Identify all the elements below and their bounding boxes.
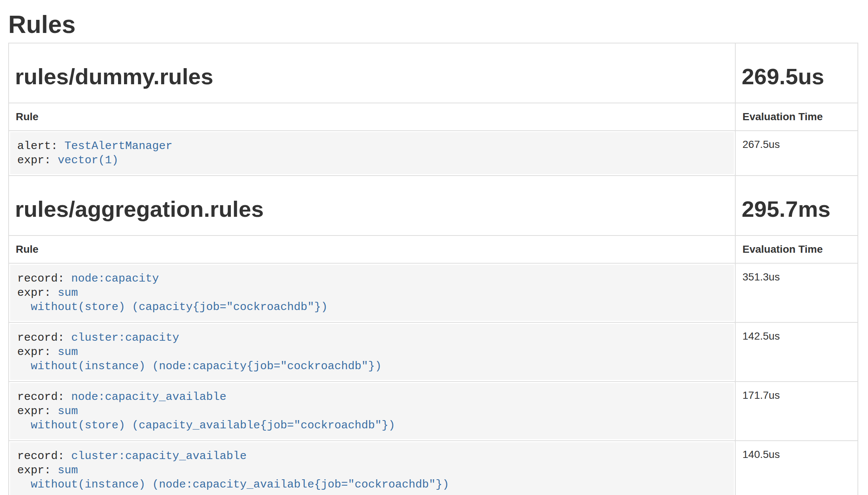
rule-evaluation-time: 142.5us xyxy=(735,322,858,382)
rule-expression-link[interactable]: sum xyxy=(58,346,78,358)
rule-expression-link[interactable]: vector(1) xyxy=(58,154,118,167)
rule-keyword: record: xyxy=(17,331,71,344)
evaluation-time-column-header: Evaluation Time xyxy=(735,236,858,263)
rule-expression-link[interactable]: TestAlertManager xyxy=(64,140,172,152)
page-title: Rules xyxy=(8,10,858,38)
rule-expression-link[interactable]: without(instance) (node:capacity_availab… xyxy=(17,478,449,491)
rule-keyword: record: xyxy=(17,272,71,285)
rule-cell: alert: TestAlertManagerexpr: vector(1) xyxy=(9,131,735,176)
rule-expression-link[interactable]: without(store) (capacity{job="cockroachd… xyxy=(17,301,328,313)
rule-code-line: expr: vector(1) xyxy=(17,153,727,167)
rule-evaluation-time: 351.3us xyxy=(735,263,858,322)
rule-evaluation-time: 171.7us xyxy=(735,382,858,441)
rule-code-line: without(instance) (node:capacity_availab… xyxy=(17,477,727,492)
page-container: Rules rules/dummy.rules 269.5us Rule Eva… xyxy=(8,10,858,495)
rule-group-header-row: rules/aggregation.rules 295.7ms xyxy=(9,176,858,236)
rule-code-line: record: cluster:capacity xyxy=(17,331,727,345)
rule-code-line: record: node:capacity_available xyxy=(17,390,727,404)
rule-code-line: expr: sum xyxy=(17,463,727,477)
rule-expression-link[interactable]: without(store) (capacity_available{job="… xyxy=(17,419,395,432)
rule-cell: record: node:capacity_availableexpr: sum… xyxy=(9,382,735,441)
rule-group-name: rules/aggregation.rules xyxy=(15,196,729,222)
rule-code: record: node:capacity_availableexpr: sum… xyxy=(10,383,734,439)
rule-keyword: record: xyxy=(17,391,71,403)
rule-code-line: expr: sum xyxy=(17,345,727,359)
rule-column-header: Rule xyxy=(9,236,735,263)
rule-column-header: Rule xyxy=(9,103,735,131)
rule-keyword: expr: xyxy=(17,464,58,477)
rule-code: alert: TestAlertManagerexpr: vector(1) xyxy=(10,132,734,174)
rule-expression-link[interactable]: sum xyxy=(58,286,78,299)
rule-code-line: without(store) (capacity{job="cockroachd… xyxy=(17,300,727,314)
rules-table: rules/dummy.rules 269.5us Rule Evaluatio… xyxy=(8,43,858,495)
rule-code-line: without(store) (capacity_available{job="… xyxy=(17,418,727,432)
rule-keyword: alert: xyxy=(17,140,64,152)
rule-expression-link[interactable]: sum xyxy=(58,405,78,417)
column-header-row: Rule Evaluation Time xyxy=(9,103,858,131)
rule-group-evaluation-time-cell: 295.7ms xyxy=(735,176,858,236)
rule-group-name-cell: rules/dummy.rules xyxy=(9,43,735,103)
rule-expression-link[interactable]: node:capacity xyxy=(71,272,159,285)
rule-expression-link[interactable]: cluster:capacity xyxy=(71,331,179,344)
rule-group-header-row: rules/dummy.rules 269.5us xyxy=(9,43,858,103)
rule-code-line: expr: sum xyxy=(17,404,727,418)
rule-keyword: record: xyxy=(17,450,71,462)
rule-code-line: without(instance) (node:capacity{job="co… xyxy=(17,359,727,373)
rule-keyword: expr: xyxy=(17,405,58,417)
rule-code-line: alert: TestAlertManager xyxy=(17,139,727,153)
rule-code: record: node:capacityexpr: sum without(s… xyxy=(10,265,734,321)
rule-row: record: node:capacity_availableexpr: sum… xyxy=(9,382,858,441)
rule-group-evaluation-time-cell: 269.5us xyxy=(735,43,858,103)
column-header-row: Rule Evaluation Time xyxy=(9,236,858,263)
rules-table-body: rules/dummy.rules 269.5us Rule Evaluatio… xyxy=(9,43,858,495)
rule-row: record: node:capacityexpr: sum without(s… xyxy=(9,263,858,322)
rule-keyword: expr: xyxy=(17,346,58,358)
rule-expression-link[interactable]: without(instance) (node:capacity{job="co… xyxy=(17,360,382,373)
rule-row: alert: TestAlertManagerexpr: vector(1) 2… xyxy=(9,131,858,176)
evaluation-time-column-header: Evaluation Time xyxy=(735,103,858,131)
rule-group-evaluation-time: 295.7ms xyxy=(742,196,852,222)
rule-group-name: rules/dummy.rules xyxy=(15,64,729,90)
rule-keyword: expr: xyxy=(17,286,58,299)
rule-evaluation-time: 267.5us xyxy=(735,131,858,176)
rule-evaluation-time: 140.5us xyxy=(735,441,858,495)
rule-cell: record: cluster:capacityexpr: sum withou… xyxy=(9,322,735,382)
rule-row: record: cluster:capacityexpr: sum withou… xyxy=(9,322,858,382)
rule-keyword: expr: xyxy=(17,154,58,167)
rule-group-evaluation-time: 269.5us xyxy=(742,64,852,90)
rule-code-line: record: cluster:capacity_available xyxy=(17,449,727,463)
rule-row: record: cluster:capacity_availableexpr: … xyxy=(9,441,858,495)
rule-cell: record: node:capacityexpr: sum without(s… xyxy=(9,263,735,322)
rule-cell: record: cluster:capacity_availableexpr: … xyxy=(9,441,735,495)
rule-expression-link[interactable]: sum xyxy=(58,464,78,477)
rule-expression-link[interactable]: cluster:capacity_available xyxy=(71,450,247,462)
rule-expression-link[interactable]: node:capacity_available xyxy=(71,391,226,403)
rule-code-line: expr: sum xyxy=(17,286,727,300)
rule-code: record: cluster:capacity_availableexpr: … xyxy=(10,442,734,495)
rule-group-name-cell: rules/aggregation.rules xyxy=(9,176,735,236)
rule-code-line: record: node:capacity xyxy=(17,271,727,286)
rule-code: record: cluster:capacityexpr: sum withou… xyxy=(10,324,734,380)
